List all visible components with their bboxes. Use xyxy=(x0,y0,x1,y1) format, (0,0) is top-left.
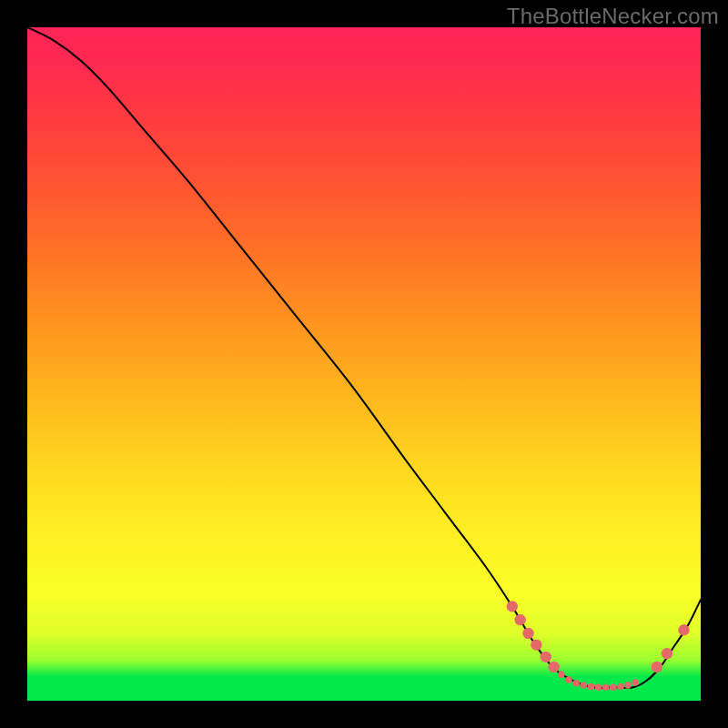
highlight-dot xyxy=(632,679,639,686)
highlight-dots xyxy=(507,601,690,691)
highlight-dot xyxy=(507,601,518,612)
highlight-dot xyxy=(531,639,541,650)
highlight-dot xyxy=(565,676,572,683)
highlight-dot xyxy=(595,683,602,691)
highlight-dot xyxy=(652,662,662,672)
highlight-dot xyxy=(610,683,617,691)
bottleneck-curve xyxy=(27,27,701,688)
highlight-dot xyxy=(662,648,672,659)
highlight-dot xyxy=(541,652,551,662)
highlight-dot xyxy=(624,682,632,689)
highlight-dot xyxy=(558,671,565,678)
highlight-dot xyxy=(588,683,595,691)
highlight-dot xyxy=(572,680,580,687)
highlight-dot xyxy=(602,683,610,691)
highlight-dot xyxy=(580,682,587,689)
curve-layer xyxy=(27,27,701,701)
chart-frame: TheBottleNecker.com xyxy=(0,0,728,728)
highlight-dot xyxy=(617,683,624,691)
watermark-text: TheBottleNecker.com xyxy=(507,4,719,29)
highlight-dot xyxy=(514,614,525,625)
highlight-dot xyxy=(548,662,559,672)
plot-area xyxy=(27,27,701,701)
highlight-dot xyxy=(678,624,689,635)
highlight-dot xyxy=(522,628,533,639)
